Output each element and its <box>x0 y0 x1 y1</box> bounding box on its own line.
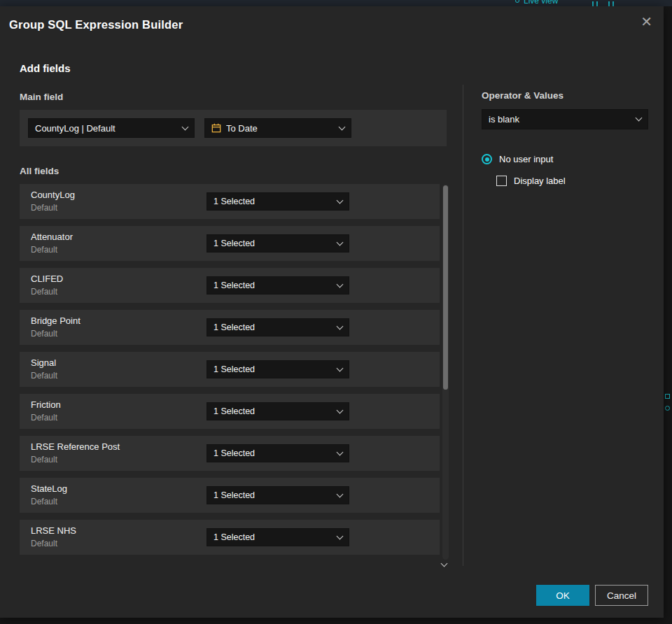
field-selected-dropdown[interactable]: 1 Selected <box>206 360 349 378</box>
field-name: Signal <box>31 357 56 368</box>
chevron-down-icon <box>337 322 344 329</box>
field-selected-dropdown-label: 1 Selected <box>214 448 332 458</box>
field-selected-dropdown[interactable]: 1 Selected <box>206 192 349 211</box>
chevron-down-icon <box>337 406 344 413</box>
field-name: LRSE NHS <box>31 525 76 536</box>
background-app-fragment-icon <box>665 406 670 411</box>
display-label-checkbox[interactable] <box>496 176 507 186</box>
field-selected-dropdown[interactable]: 1 Selected <box>206 486 349 504</box>
field-selected-dropdown-label: 1 Selected <box>214 490 332 500</box>
main-field-date-dropdown-label: To Date <box>226 123 334 134</box>
field-name: Attenuator <box>31 232 73 242</box>
all-fields-label: All fields <box>20 166 59 176</box>
fields-list-scrollbar[interactable] <box>442 185 449 560</box>
field-selected-dropdown[interactable]: 1 Selected <box>206 318 349 336</box>
chevron-down-icon <box>182 123 189 130</box>
all-fields-list: CountyLog Default 1 Selected Attenuator … <box>20 184 440 562</box>
main-field-date-dropdown[interactable]: To Date <box>204 118 351 138</box>
dialog-title: Group SQL Expression Builder <box>9 18 183 31</box>
live-view-label: Live view <box>524 0 558 6</box>
live-view-dot-icon <box>515 0 519 3</box>
field-subtitle: Default <box>31 245 57 255</box>
field-name: CLIFED <box>31 274 63 284</box>
no-user-input-option[interactable]: No user input <box>482 154 553 164</box>
field-selected-dropdown-label: 1 Selected <box>214 281 332 290</box>
calendar-icon <box>211 123 221 133</box>
chevron-down-icon <box>636 115 643 122</box>
column-divider <box>463 85 463 566</box>
chevron-down-icon <box>337 281 344 288</box>
group-sql-expression-builder-dialog: Group SQL Expression Builder ✕ Add field… <box>0 6 664 618</box>
field-subtitle: Default <box>31 539 57 548</box>
no-user-input-radio[interactable] <box>482 154 492 164</box>
field-name: Friction <box>31 399 61 410</box>
field-name: StateLog <box>31 483 67 494</box>
main-field-label: Main field <box>20 92 63 102</box>
field-name: CountyLog <box>31 190 75 200</box>
display-label-option[interactable]: Display label <box>496 176 566 186</box>
field-row: CLIFED Default 1 Selected <box>20 268 440 303</box>
field-row: Attenuator Default 1 Selected <box>20 226 440 261</box>
chevron-down-icon <box>337 197 344 204</box>
field-subtitle: Default <box>31 413 57 423</box>
no-user-input-label: No user input <box>499 154 553 164</box>
field-selected-dropdown-label: 1 Selected <box>214 197 332 206</box>
toolbar-icon-fragment <box>592 1 598 6</box>
field-name: LRSE Reference Post <box>31 441 120 452</box>
operator-dropdown-label: is blank <box>489 114 631 125</box>
chevron-down-icon <box>337 364 344 371</box>
field-selected-dropdown-label: 1 Selected <box>214 239 332 248</box>
field-selected-dropdown[interactable]: 1 Selected <box>206 234 349 253</box>
background-app-topbar: Live view <box>0 0 672 6</box>
scroll-down-arrow-icon[interactable] <box>441 560 448 567</box>
field-row: CountyLog Default 1 Selected <box>20 184 440 219</box>
field-subtitle: Default <box>31 455 57 465</box>
field-selected-dropdown[interactable]: 1 Selected <box>206 402 349 420</box>
field-selected-dropdown-label: 1 Selected <box>214 364 332 374</box>
field-selected-dropdown[interactable]: 1 Selected <box>206 528 349 546</box>
field-name: Bridge Point <box>31 315 80 326</box>
chevron-down-icon <box>339 123 346 130</box>
toolbar-icon-fragment <box>608 1 614 6</box>
chevron-down-icon <box>337 490 344 497</box>
field-selected-dropdown-label: 1 Selected <box>214 532 332 542</box>
chevron-down-icon <box>337 532 344 539</box>
main-field-panel: CountyLog | Default To Date <box>20 110 447 146</box>
field-subtitle: Default <box>31 203 57 213</box>
main-field-source-dropdown-label: CountyLog | Default <box>35 123 177 134</box>
fields-list-scrollbar-thumb[interactable] <box>443 185 448 390</box>
field-subtitle: Default <box>31 371 57 381</box>
field-row: Signal Default 1 Selected <box>20 352 440 387</box>
operator-values-label: Operator & Values <box>482 90 564 101</box>
live-view-indicator: Live view <box>515 0 558 6</box>
close-icon[interactable]: ✕ <box>640 15 652 29</box>
operator-dropdown[interactable]: is blank <box>482 109 648 129</box>
field-row: LRSE Reference Post Default 1 Selected <box>20 436 440 471</box>
field-subtitle: Default <box>31 329 57 339</box>
field-selected-dropdown-label: 1 Selected <box>214 406 332 416</box>
field-subtitle: Default <box>31 497 57 506</box>
display-label-label: Display label <box>514 176 566 186</box>
field-row: StateLog Default 1 Selected <box>20 478 440 513</box>
field-selected-dropdown[interactable]: 1 Selected <box>206 444 349 462</box>
cancel-button[interactable]: Cancel <box>595 585 648 606</box>
field-row: Bridge Point Default 1 Selected <box>20 310 440 345</box>
field-selected-dropdown-label: 1 Selected <box>214 322 332 332</box>
ok-button[interactable]: OK <box>536 585 589 606</box>
chevron-down-icon <box>337 448 344 455</box>
main-field-source-dropdown[interactable]: CountyLog | Default <box>28 118 195 138</box>
field-selected-dropdown[interactable]: 1 Selected <box>206 276 349 295</box>
background-app-fragment-icon <box>665 394 670 399</box>
add-fields-heading: Add fields <box>20 62 71 74</box>
field-subtitle: Default <box>31 287 57 297</box>
field-row: Friction Default 1 Selected <box>20 394 440 429</box>
chevron-down-icon <box>337 239 344 246</box>
field-row: LRSE NHS Default 1 Selected <box>20 520 440 555</box>
